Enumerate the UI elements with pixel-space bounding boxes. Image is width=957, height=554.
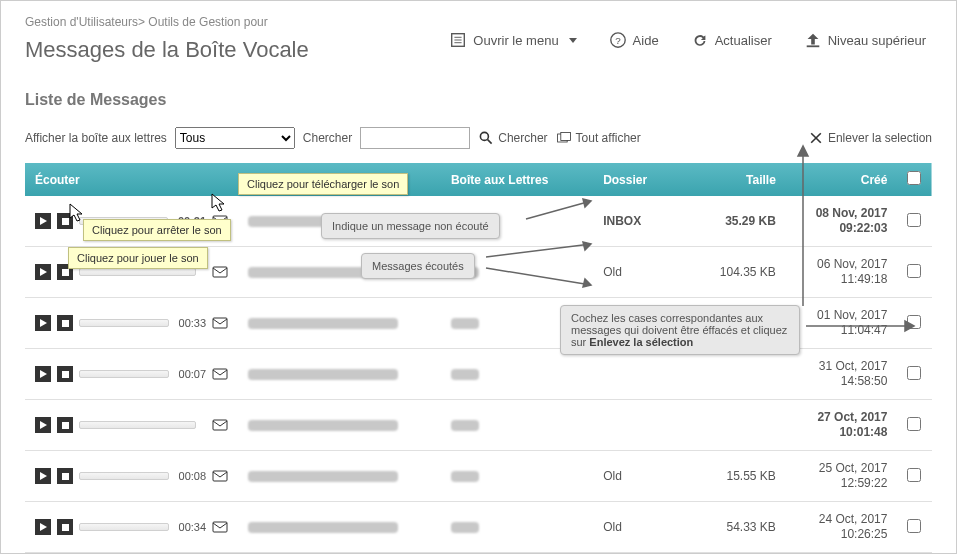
cursor-icon [211,193,227,213]
svg-rect-16 [213,369,227,379]
svg-line-20 [526,201,591,219]
mailbox-value [451,471,479,482]
hint-stop: Cliquez pour arrêter le son [83,219,231,241]
download-button[interactable] [212,469,228,483]
date-value: 27 Oct, 201710:01:48 [786,400,898,451]
svg-rect-10 [560,132,570,140]
play-button[interactable] [35,366,51,382]
table-row: 00:07 31 Oct, 201714:58:50 [25,349,932,400]
play-button[interactable] [35,213,51,229]
progress-bar[interactable] [79,523,169,531]
from-value [248,471,398,482]
row-checkbox[interactable] [907,366,921,380]
filter-label: Afficher la boîte aux lettres [25,131,167,145]
play-button[interactable] [35,264,51,280]
up-level-icon [804,31,822,49]
mailbox-value [451,522,479,533]
progress-bar[interactable] [79,370,169,378]
col-listen[interactable]: Écouter [25,163,238,196]
svg-marker-21 [583,199,591,207]
show-all-icon [556,130,572,146]
callout-unread: Indique un message non écouté [321,213,500,239]
up-level-button[interactable]: Niveau supérieur [804,31,926,49]
svg-line-22 [486,244,591,257]
toolbar: Ouvrir le menu ? Aide Actualiser Niveau … [449,31,926,49]
date-value: 25 Oct, 201712:59:22 [786,451,898,502]
from-value [248,318,398,329]
hint-play: Cliquez pour jouer le son [68,247,208,269]
play-button[interactable] [35,417,51,433]
download-button[interactable] [212,265,228,279]
stop-button[interactable] [57,519,73,535]
svg-rect-18 [213,471,227,481]
row-checkbox[interactable] [907,264,921,278]
size-value: 35.29 KB [684,196,785,247]
stop-button[interactable] [57,417,73,433]
folder-value: Old [593,247,684,298]
progress-bar[interactable] [79,268,196,276]
breadcrumb-part2[interactable]: Outils de Gestion pour [148,15,267,29]
size-value [684,400,785,451]
search-label: Chercher [303,131,352,145]
chevron-down-icon [569,38,577,43]
from-value [248,522,398,533]
row-checkbox[interactable] [907,468,921,482]
help-icon: ? [609,31,627,49]
refresh-button[interactable]: Actualiser [691,31,772,49]
stop-button[interactable] [57,315,73,331]
search-button[interactable]: Chercher [478,130,547,146]
breadcrumb: Gestion d'Utilisateurs> Outils de Gestio… [25,15,932,29]
row-checkbox[interactable] [907,519,921,533]
folder-value [593,400,684,451]
download-button[interactable] [212,316,228,330]
size-value: 54.33 KB [684,502,785,553]
table-row: 00:08 Old 15.55 KB 25 Oct, 201712:59:22 [25,451,932,502]
duration: 00:33 [179,317,207,329]
select-all-checkbox[interactable] [907,171,921,185]
callout-checkbox: Cochez les cases correspondantes aux mes… [560,305,800,355]
svg-rect-17 [213,420,227,430]
progress-bar[interactable] [79,421,196,429]
play-button[interactable] [35,315,51,331]
col-folder[interactable]: Dossier [593,163,684,196]
show-all-button[interactable]: Tout afficher [556,130,641,146]
callout-read: Messages écoutés [361,253,475,279]
row-checkbox[interactable] [907,213,921,227]
folder-value: INBOX [593,196,684,247]
mailbox-select[interactable]: Tous [175,127,295,149]
progress-bar[interactable] [79,472,169,480]
stop-button[interactable] [57,366,73,382]
date-value: 24 Oct, 201710:26:25 [786,502,898,553]
svg-point-7 [481,132,489,140]
duration: 00:08 [179,470,207,482]
breadcrumb-part1[interactable]: Gestion d'Utilisateurs [25,15,138,29]
play-button[interactable] [35,468,51,484]
hint-download: Cliquez pour télécharger le son [238,173,408,195]
svg-line-8 [488,140,492,144]
progress-bar[interactable] [79,319,169,327]
folder-value [593,349,684,400]
stop-button[interactable] [57,468,73,484]
svg-marker-29 [905,321,914,331]
help-button[interactable]: ? Aide [609,31,659,49]
table-row: 00:34 Old 54.33 KB 24 Oct, 201710:26:25 [25,502,932,553]
size-value: 104.35 KB [684,247,785,298]
svg-rect-19 [213,522,227,532]
search-input[interactable] [360,127,470,149]
folder-value: Old [593,502,684,553]
duration: 00:34 [179,521,207,533]
svg-text:?: ? [615,35,621,46]
mailbox-value [451,420,479,431]
from-value [248,369,398,380]
row-checkbox[interactable] [907,417,921,431]
col-size[interactable]: Taille [684,163,785,196]
search-icon [478,130,494,146]
open-menu-button[interactable]: Ouvrir le menu [449,31,576,49]
svg-marker-27 [798,146,808,156]
download-button[interactable] [212,418,228,432]
download-button[interactable] [212,367,228,381]
menu-icon [449,31,467,49]
mailbox-value [451,369,479,380]
play-button[interactable] [35,519,51,535]
download-button[interactable] [212,520,228,534]
